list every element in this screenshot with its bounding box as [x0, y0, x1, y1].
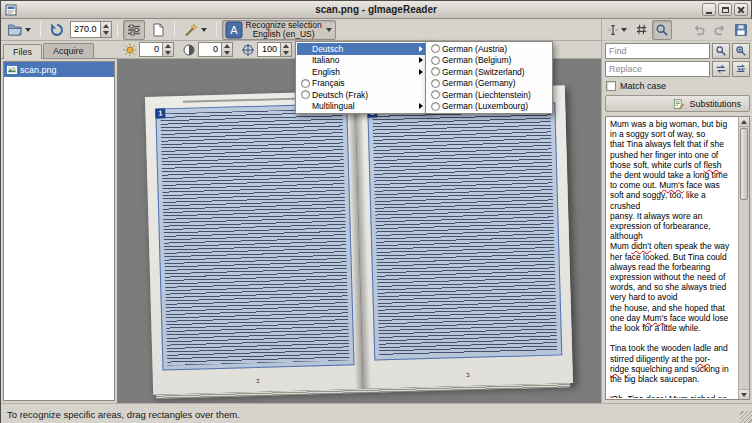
insert-mode-icon: [606, 23, 620, 37]
submenu-arrow-icon: [419, 103, 423, 109]
maximize-button[interactable]: [718, 3, 732, 16]
menu-item-label: Deutsch (Frak): [312, 90, 368, 100]
page-text-right: [372, 108, 557, 356]
menu-item-deutsch-frak[interactable]: Deutsch (Frak): [297, 89, 427, 101]
insert-mode-button[interactable]: [604, 20, 630, 40]
menu-item-german-germany[interactable]: German (Germany): [427, 78, 551, 90]
menu-item-label: Multilingual: [312, 101, 355, 111]
contrast-value[interactable]: 0: [199, 43, 221, 56]
find-replace-toggle-button[interactable]: [652, 20, 672, 40]
replace-icon: [715, 63, 727, 75]
open-button[interactable]: [4, 20, 35, 40]
match-case-checkbox[interactable]: [606, 81, 616, 91]
resolution-value[interactable]: 100: [258, 43, 280, 56]
redo-button[interactable]: [710, 20, 730, 40]
resolution-decrement-button[interactable]: [281, 50, 291, 57]
menu-item-italiano[interactable]: Italiano: [297, 55, 427, 67]
save-button[interactable]: [731, 20, 751, 40]
toolbar-separator: [174, 22, 175, 37]
menu-item-label: Deutsch: [312, 44, 343, 54]
minimize-button[interactable]: [702, 3, 716, 16]
recognize-button[interactable]: A Recognize selection English (en_US): [222, 20, 336, 40]
radio-indicator: [429, 90, 442, 99]
menu-item-german-luxembourg[interactable]: German (Luxembourg): [427, 101, 551, 113]
menu-item-german-austria[interactable]: German (Austria): [427, 43, 551, 55]
sources-tabs: Files Acquire: [1, 41, 117, 59]
ocr-selection-2[interactable]: 2: [367, 102, 562, 360]
menu-item-label: English: [312, 67, 340, 77]
rotation-increment-button[interactable]: [101, 22, 111, 30]
brightness-decrement-button[interactable]: [163, 50, 173, 57]
minimize-icon: [706, 12, 712, 14]
strip-linebreaks-icon: [635, 23, 648, 36]
replace-all-button[interactable]: [732, 61, 750, 77]
rotation-value[interactable]: 270.0: [71, 22, 100, 37]
autolayout-dropdown-arrow-icon[interactable]: [200, 23, 208, 37]
file-name: scan.png: [20, 65, 57, 75]
file-list-item[interactable]: scan.png: [4, 62, 114, 77]
menu-item-fran-ais[interactable]: Français: [297, 78, 427, 90]
menu-item-deutsch[interactable]: Deutsch: [297, 43, 427, 55]
image-controls-icon: [126, 22, 142, 38]
misspelled-word: Mum's: [659, 180, 684, 190]
menu-item-english[interactable]: English: [297, 66, 427, 78]
replace-input[interactable]: [605, 61, 710, 77]
ocr-selection-1[interactable]: 1: [155, 103, 354, 370]
resolution-spinbox[interactable]: 100: [257, 42, 292, 57]
menu-item-multilingual[interactable]: Multilingual: [297, 101, 427, 113]
recognize-dropdown-arrow-icon[interactable]: [325, 23, 333, 37]
scroll-up-arrow-icon[interactable]: [739, 117, 749, 127]
app-icon: [5, 4, 17, 16]
strip-linebreaks-button[interactable]: [631, 20, 651, 40]
find-input[interactable]: [605, 43, 710, 59]
rotation-decrement-button[interactable]: [101, 30, 111, 38]
brightness-value[interactable]: 0: [140, 43, 162, 56]
menu-item-german-switzerland[interactable]: German (Switzerland): [427, 66, 551, 78]
output-text-area[interactable]: Mum was a big woman, but big in a soggy …: [605, 116, 750, 400]
contrast-spinbox[interactable]: 0: [198, 42, 233, 57]
contrast-decrement-button[interactable]: [222, 50, 232, 57]
output-toolbar: [602, 19, 752, 41]
replace-button[interactable]: [712, 61, 730, 77]
substitutions-button[interactable]: Substitutions: [605, 95, 750, 112]
undo-button[interactable]: [689, 20, 709, 40]
redo-icon: [713, 23, 727, 37]
submenu-arrow-icon: [419, 57, 423, 63]
output-scrollbar[interactable]: [738, 117, 749, 399]
close-icon: [737, 6, 745, 14]
close-button[interactable]: [734, 3, 748, 16]
find-next-button[interactable]: [732, 43, 750, 59]
tab-acquire[interactable]: Acquire: [43, 43, 94, 58]
scrollbar-track[interactable]: [739, 127, 749, 389]
open-dropdown-arrow-icon[interactable]: [24, 23, 32, 37]
rotate-button[interactable]: [46, 20, 68, 40]
misspelled-word: Mum's: [643, 313, 668, 323]
page-number-right: 3: [363, 369, 573, 381]
book-page-right: 2 3: [355, 85, 573, 389]
page-button[interactable]: [147, 20, 169, 40]
menu-item-german-belgium[interactable]: German (Belgium): [427, 55, 551, 67]
radio-indicator: [299, 79, 312, 88]
rotation-spinbox[interactable]: 270.0: [70, 21, 112, 38]
find-prev-button[interactable]: [712, 43, 730, 59]
autolayout-button[interactable]: [180, 20, 211, 40]
misspelled-word: flesh: [704, 160, 722, 170]
selection-badge: 1: [155, 108, 165, 118]
menu-item-label: German (Liechtenstein): [442, 90, 531, 100]
menu-item-label: German (Austria): [442, 44, 507, 54]
scroll-down-arrow-icon[interactable]: [739, 389, 749, 399]
output-text[interactable]: Mum was a big woman, but big in a soggy …: [607, 118, 737, 398]
output-panel: Match case Substitutions Mum was a big w…: [601, 19, 752, 403]
tab-files[interactable]: Files: [3, 44, 42, 59]
image-controls-toggle-button[interactable]: [123, 20, 145, 40]
insert-mode-dropdown-arrow-icon[interactable]: [620, 23, 628, 37]
radio-indicator: [429, 102, 442, 111]
radio-indicator: [429, 56, 442, 65]
resolution-control: 100: [241, 42, 292, 57]
scrollbar-thumb[interactable]: [740, 128, 748, 200]
find-next-icon: [735, 45, 747, 57]
brightness-spinbox[interactable]: 0: [139, 42, 174, 57]
page-icon: [150, 22, 166, 38]
menu-item-german-liechtenstein[interactable]: German (Liechtenstein): [427, 89, 551, 101]
toolbar-separator: [216, 22, 217, 37]
